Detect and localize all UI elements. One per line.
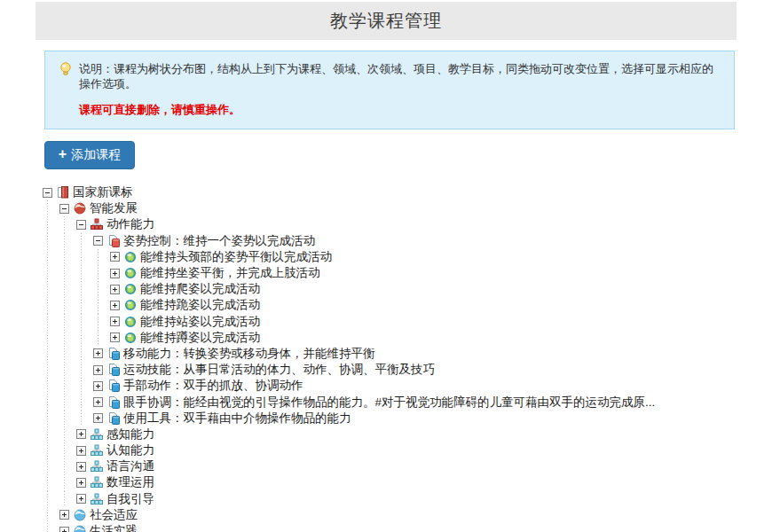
- page-blue-icon: [106, 395, 121, 410]
- tree-connector-line: [59, 491, 76, 507]
- expand-icon[interactable]: [76, 494, 86, 504]
- tree-node-label[interactable]: 生活实践: [90, 523, 138, 532]
- expand-icon[interactable]: [76, 478, 86, 488]
- tree-connector-line: [59, 362, 76, 378]
- expand-icon[interactable]: [59, 527, 69, 532]
- tree-node[interactable]: 社会适应: [43, 507, 780, 523]
- tree-node[interactable]: 手部动作：双手的抓放、协调动作: [43, 378, 780, 394]
- tree-node-label[interactable]: 智能发展: [90, 200, 138, 216]
- tree-node-label[interactable]: 能维持站姿以完成活动: [140, 314, 260, 330]
- tree-connector-line: [43, 523, 59, 532]
- tree-node-label[interactable]: 能维持跪姿以完成活动: [140, 297, 260, 313]
- tree-connector-line: [93, 330, 110, 346]
- tree-node[interactable]: 能维持头颈部的姿势平衡以完成活动: [43, 249, 780, 265]
- tree-node-label[interactable]: 使用工具：双手藉由中介物操作物品的能力: [123, 411, 351, 426]
- expand-icon[interactable]: [110, 252, 120, 262]
- expand-icon[interactable]: [76, 462, 86, 472]
- tree-node[interactable]: 能维持蹲姿以完成活动: [43, 330, 780, 346]
- notice-warning-text: 课程可直接删除，请慎重操作。: [79, 102, 723, 118]
- tree-node[interactable]: 动作能力: [43, 216, 780, 232]
- tree-node[interactable]: 姿势控制：维持一个姿势以完成活动: [43, 233, 780, 249]
- tree-connector-line: [43, 216, 59, 232]
- tree-node-label[interactable]: 能维持蹲姿以完成活动: [140, 330, 260, 346]
- tree-connector-line: [43, 281, 59, 297]
- tree-node-label[interactable]: 眼手协调：能经由视觉的引导操作物品的能力。#对于视觉功能障碍的儿童可藉由双手的运…: [123, 395, 655, 411]
- tree-node-label[interactable]: 感知能力: [106, 426, 154, 442]
- tree-node-label[interactable]: 自我引导: [106, 491, 154, 507]
- tree-connector-line: [59, 394, 76, 410]
- orb-green-icon: [123, 331, 138, 345]
- tree-connector-line: [59, 378, 76, 394]
- tree-node-label[interactable]: 能维持爬姿以完成活动: [140, 281, 260, 297]
- tree-node-label[interactable]: 国家新课标: [73, 184, 133, 200]
- collapse-icon[interactable]: [43, 188, 52, 198]
- tree-connector-line: [76, 330, 93, 346]
- add-course-button[interactable]: + 添加课程: [44, 141, 135, 169]
- expand-icon[interactable]: [110, 332, 120, 342]
- tree-node-label[interactable]: 姿势控制：维持一个姿势以完成活动: [123, 233, 315, 249]
- tree-node-label[interactable]: 移动能力：转换姿势或移动身体，并能维持平衡: [123, 346, 375, 362]
- expand-icon[interactable]: [76, 446, 86, 456]
- tree-node-label[interactable]: 运动技能：从事日常活动的体力、动作、协调、平衡及技巧: [123, 362, 435, 378]
- collapse-icon[interactable]: [59, 204, 69, 214]
- tree-node[interactable]: 语言沟通: [43, 458, 780, 474]
- tree-node[interactable]: 自我引导: [43, 491, 780, 507]
- tree-node[interactable]: 智能发展: [43, 200, 780, 216]
- tree-node[interactable]: 使用工具：双手藉由中介物操作物品的能力: [43, 411, 780, 426]
- tree-node[interactable]: 能维持爬姿以完成活动: [43, 281, 780, 297]
- tree-connector-line: [76, 362, 93, 378]
- expand-icon[interactable]: [110, 269, 120, 278]
- expand-icon[interactable]: [110, 301, 120, 310]
- tree-node[interactable]: 眼手协调：能经由视觉的引导操作物品的能力。#对于视觉功能障碍的儿童可藉由双手的运…: [43, 394, 780, 410]
- expand-icon[interactable]: [76, 429, 86, 439]
- tree-node-label[interactable]: 动作能力: [106, 216, 154, 232]
- tree-connector-line: [43, 378, 59, 394]
- expand-icon[interactable]: [93, 348, 103, 358]
- tree-connector-line: [93, 314, 110, 330]
- tree-connector-line: [76, 411, 93, 426]
- orb-green-icon: [123, 282, 138, 296]
- tree-node-label[interactable]: 手部动作：双手的抓放、协调动作: [123, 378, 303, 394]
- tree-node[interactable]: 能维持跪姿以完成活动: [43, 297, 780, 313]
- collapse-icon[interactable]: [93, 236, 103, 246]
- tree-node-label[interactable]: 数理运用: [106, 474, 154, 490]
- plus-icon: +: [59, 147, 67, 161]
- tree-connector-line: [59, 297, 76, 313]
- expand-icon[interactable]: [59, 510, 69, 520]
- expand-icon[interactable]: [110, 317, 120, 326]
- tree-connector-line: [59, 216, 76, 232]
- expand-icon[interactable]: [93, 397, 103, 407]
- orb-green-icon: [123, 298, 138, 312]
- sitemap-blue-icon: [90, 475, 104, 489]
- expand-icon[interactable]: [93, 365, 103, 375]
- tree-node[interactable]: 生活实践: [43, 523, 780, 532]
- tree-node[interactable]: 运动技能：从事日常活动的体力、动作、协调、平衡及技巧: [43, 362, 780, 378]
- expand-icon[interactable]: [93, 413, 103, 423]
- tree-node[interactable]: 认知能力: [43, 442, 780, 458]
- sitemap-blue-icon: [90, 492, 104, 506]
- tree-node-label[interactable]: 能维持坐姿平衡，并完成上肢活动: [140, 265, 320, 281]
- tree-node[interactable]: 国家新课标: [43, 184, 780, 200]
- page-title: 教学课程管理: [330, 9, 442, 33]
- collapse-icon[interactable]: [76, 220, 86, 230]
- sitemap-blue-icon: [90, 443, 104, 458]
- tree-connector-line: [76, 378, 93, 394]
- expand-icon[interactable]: [93, 381, 103, 391]
- tree-node[interactable]: 移动能力：转换姿势或移动身体，并能维持平衡: [43, 346, 780, 362]
- tree-connector-line: [76, 249, 93, 265]
- page-blue-icon: [106, 347, 121, 361]
- tree-node-label[interactable]: 语言沟通: [106, 458, 154, 474]
- tree-connector-line: [43, 314, 59, 330]
- tree-connector-line: [43, 249, 59, 265]
- tree-node[interactable]: 感知能力: [43, 426, 780, 442]
- tree-connector-line: [59, 265, 76, 281]
- tree-node[interactable]: 数理运用: [43, 474, 780, 490]
- tree-node-label[interactable]: 能维持头颈部的姿势平衡以完成活动: [140, 249, 332, 265]
- tree-node-label[interactable]: 认知能力: [106, 442, 154, 458]
- tree-node[interactable]: 能维持站姿以完成活动: [43, 314, 780, 330]
- tree-node[interactable]: 能维持坐姿平衡，并完成上肢活动: [43, 265, 780, 281]
- tree-connector-line: [59, 314, 76, 330]
- tree-node-label[interactable]: 社会适应: [90, 507, 138, 523]
- tree-connector-line: [59, 281, 76, 297]
- expand-icon[interactable]: [110, 285, 120, 294]
